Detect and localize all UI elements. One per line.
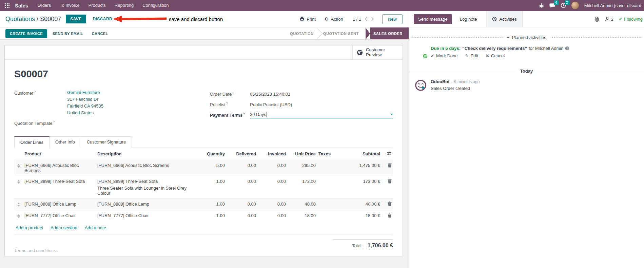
drag-handle-icon[interactable] xyxy=(16,213,22,218)
cell-unit-price[interactable]: 173.00 xyxy=(287,176,317,199)
message-author[interactable]: OdooBot xyxy=(431,79,450,84)
add-product-link[interactable]: Add a product xyxy=(16,225,43,230)
drag-handle-icon[interactable] xyxy=(16,202,22,207)
cell-quantity[interactable]: 1.00 xyxy=(199,199,226,210)
header-taxes[interactable]: Taxes xyxy=(317,148,341,160)
header-delivered[interactable]: Delivered xyxy=(226,148,257,160)
activities-tab[interactable]: Activities xyxy=(486,11,522,27)
cell-delivered[interactable]: 0.00 xyxy=(226,199,257,210)
tab-customer-signature[interactable]: Customer Signature xyxy=(81,136,132,148)
user-avatar[interactable] xyxy=(571,2,579,9)
delete-row-icon[interactable] xyxy=(388,202,392,206)
cell-quantity[interactable]: 1.00 xyxy=(199,176,226,199)
info-icon[interactable] xyxy=(565,46,569,51)
drag-handle-icon[interactable] xyxy=(16,163,22,168)
cell-description[interactable]: [FURN_7777] Office Chair xyxy=(96,210,199,222)
table-row[interactable]: [FURN_8888] Office Lamp [FURN_8888] Offi… xyxy=(14,199,393,210)
pricelist-value[interactable]: Public Pricelist (USD) xyxy=(250,102,393,107)
cell-quantity[interactable]: 5.00 xyxy=(199,160,226,176)
customer-preview-button[interactable]: Customer Preview xyxy=(352,45,403,59)
customer-link[interactable]: Gemini Furniture xyxy=(67,90,100,95)
menu-to-invoice[interactable]: To Invoice xyxy=(55,0,84,11)
cell-product[interactable]: [FURN_7777] Office Chair xyxy=(23,210,96,222)
table-row[interactable]: [FURN_6666] Acoustic Bloc Screens [FURN_… xyxy=(14,160,393,176)
create-invoice-button[interactable]: CREATE INVOICE xyxy=(5,29,47,38)
delete-row-icon[interactable] xyxy=(388,179,392,184)
log-note-button[interactable]: Log note xyxy=(455,14,482,24)
cell-delivered[interactable]: 0.00 xyxy=(226,210,257,222)
menu-reporting[interactable]: Reporting xyxy=(110,0,138,11)
mark-done-button[interactable]: ✔Mark Done xyxy=(431,53,457,58)
cell-description[interactable]: [FURN_6666] Acoustic Bloc Screens xyxy=(96,160,199,176)
delete-row-icon[interactable] xyxy=(388,163,392,168)
cell-invoiced[interactable]: 0.00 xyxy=(257,199,287,210)
cell-product[interactable]: [FURN_8999] Three-Seat Sofa xyxy=(23,176,96,199)
terms-placeholder[interactable]: Terms and conditions... xyxy=(14,248,60,253)
breadcrumb-quotations-link[interactable]: Quotations xyxy=(5,16,35,22)
cell-product[interactable]: [FURN_8888] Office Lamp xyxy=(23,199,96,210)
table-row[interactable]: [FURN_8999] Three-Seat Sofa [FURN_8999] … xyxy=(14,176,393,199)
cell-description[interactable]: [FURN_8999] Three-Seat Sofa Three Seater… xyxy=(96,176,199,199)
apps-grid-icon[interactable] xyxy=(2,0,12,11)
tab-other-info[interactable]: Other Info xyxy=(50,136,81,148)
menu-products[interactable]: Products xyxy=(84,0,110,11)
user-name[interactable]: Mitchell Admin (save_discard xyxy=(584,3,641,8)
debug-bug-icon[interactable] xyxy=(539,3,544,8)
print-button[interactable]: Print xyxy=(299,17,316,22)
cell-taxes[interactable] xyxy=(317,160,341,176)
app-name[interactable]: Sales xyxy=(15,3,28,8)
cell-invoiced[interactable]: 0.00 xyxy=(257,160,287,176)
cell-invoiced[interactable]: 0.00 xyxy=(257,210,287,222)
action-button[interactable]: ⚙ Action xyxy=(325,17,343,22)
quotation-template-field[interactable] xyxy=(67,120,210,126)
table-row[interactable]: [FURN_7777] Office Chair [FURN_7777] Off… xyxy=(14,210,393,222)
messages-icon[interactable]: 4 xyxy=(549,3,555,8)
cell-description[interactable]: [FURN_8888] Office Lamp xyxy=(96,199,199,210)
header-invoiced[interactable]: Invoiced xyxy=(257,148,287,160)
delete-row-icon[interactable] xyxy=(388,213,392,218)
add-section-link[interactable]: Add a section xyxy=(51,225,77,230)
menu-orders[interactable]: Orders xyxy=(33,0,55,11)
stage-quotation-sent[interactable]: QUOTATION SENT xyxy=(318,27,364,39)
header-unit-price[interactable]: Unit Price xyxy=(287,148,317,160)
menu-configuration[interactable]: Configuration xyxy=(138,0,173,11)
cell-quantity[interactable]: 1.00 xyxy=(199,210,226,222)
pager-previous-icon[interactable] xyxy=(365,17,368,21)
tab-order-lines[interactable]: Order Lines xyxy=(14,136,50,148)
save-button[interactable]: SAVE xyxy=(66,15,86,23)
cell-unit-price[interactable]: 40.00 xyxy=(287,199,317,210)
payment-terms-input[interactable]: 30 Days xyxy=(250,112,393,118)
cell-delivered[interactable]: 0.00 xyxy=(226,176,257,199)
activities-clock-icon[interactable]: 2 xyxy=(561,3,566,8)
header-description[interactable]: Description xyxy=(96,148,199,160)
cancel-button[interactable]: CANCEL xyxy=(89,29,112,38)
header-subtotal[interactable]: Subtotal xyxy=(341,148,382,160)
add-note-link[interactable]: Add a note xyxy=(85,225,106,230)
cancel-activity-button[interactable]: ✖Cancel xyxy=(486,53,505,58)
send-by-email-button[interactable]: SEND BY EMAIL xyxy=(49,29,86,38)
planned-activities-toggle[interactable]: Planned activities xyxy=(503,35,550,40)
edit-activity-button[interactable]: ✎Edit xyxy=(465,53,478,58)
cell-invoiced[interactable]: 0.00 xyxy=(257,176,287,199)
attachment-paperclip-icon[interactable] xyxy=(594,16,600,22)
followers-button[interactable]: 2 xyxy=(605,17,613,22)
cell-product[interactable]: [FURN_6666] Acoustic Bloc Screens xyxy=(23,160,96,176)
order-date-value[interactable]: 05/25/2023 15:40:01 xyxy=(250,92,393,97)
cell-delivered[interactable]: 0.00 xyxy=(226,160,257,176)
cell-taxes[interactable] xyxy=(317,176,341,199)
following-button[interactable]: ✔ Following xyxy=(619,17,643,22)
cell-taxes[interactable] xyxy=(317,210,341,222)
pager-next-icon[interactable] xyxy=(371,17,374,21)
drag-handle-icon[interactable] xyxy=(16,179,22,184)
send-message-button[interactable]: Send message xyxy=(414,14,452,24)
discard-button[interactable]: DISCARD xyxy=(93,17,112,21)
dropdown-caret-icon[interactable] xyxy=(390,114,393,115)
header-product[interactable]: Product xyxy=(23,148,96,160)
optional-columns-icon[interactable] xyxy=(387,151,392,156)
cell-unit-price[interactable]: 295.00 xyxy=(287,160,317,176)
stage-sales-order-active[interactable]: SALES ORDER xyxy=(370,27,409,39)
new-button[interactable]: New xyxy=(382,14,403,24)
cell-unit-price[interactable]: 18.00 xyxy=(287,210,317,222)
header-quantity[interactable]: Quantity xyxy=(199,148,226,160)
cell-taxes[interactable] xyxy=(317,199,341,210)
